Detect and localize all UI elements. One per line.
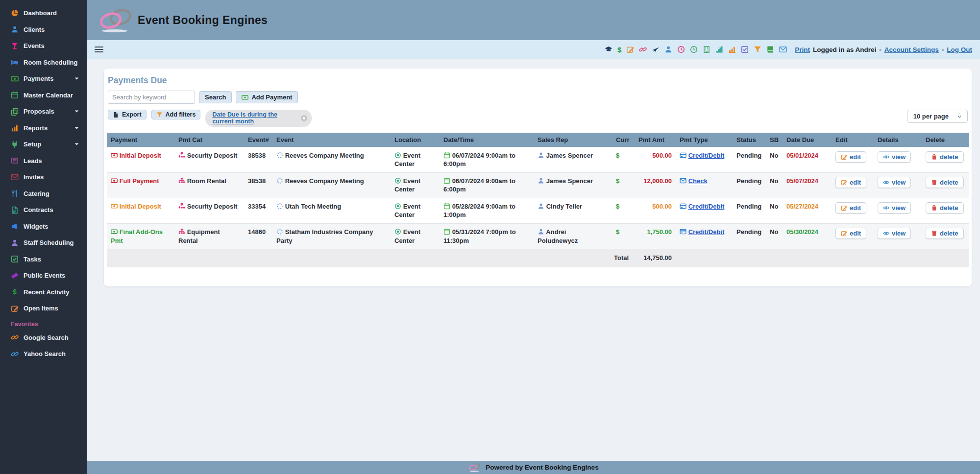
plane-icon[interactable] [652,46,660,53]
details-cell: view [874,172,922,198]
clock-icon[interactable] [690,46,698,53]
dollar-icon: $ [11,288,19,296]
payment-cell: Final Add-Ons Pmt [107,224,174,249]
dollar-icon[interactable]: $ [617,46,621,53]
delete-cell: delete [922,172,969,198]
sidebar-item-open-items[interactable]: Open Items [0,300,87,317]
column-header: Date/Time [440,133,534,147]
event-number-cell: 38538 [244,172,272,198]
pmt-type-link[interactable]: Credit/Debit [688,152,725,159]
check-square-icon[interactable] [741,46,749,53]
export-button[interactable]: Export [108,110,147,119]
sidebar-item-events[interactable]: Events [0,38,87,54]
column-header: Details [874,133,922,147]
delete-button[interactable]: delete [926,202,964,213]
total-spacer [676,249,969,267]
eye-icon [883,154,889,160]
sidebar-item-contracts[interactable]: Contracts [0,202,87,218]
pmt-type-link[interactable]: Credit/Debit [688,203,725,210]
envelope-icon [680,177,686,184]
sidebar-item-clients[interactable]: Clients [0,22,87,38]
money-bill-icon [242,94,248,101]
sidebar-item-room-scheduling[interactable]: Room Scheduling [0,54,87,71]
sidebar-item-proposals[interactable]: Proposals [0,103,87,120]
sidebar-item-reports[interactable]: Reports [0,120,87,137]
view-button[interactable]: view [878,202,911,213]
user-icon[interactable] [664,46,672,53]
sidebar-item-invites[interactable]: Invites [0,169,87,186]
filter-chip-link[interactable]: Date Due is during the current month [212,111,296,125]
print-link[interactable]: Print [795,46,810,53]
edit-button[interactable]: edit [835,202,866,213]
money-bill-icon [111,228,118,235]
sidebar-item-payments[interactable]: Payments [0,71,87,87]
sidebar-item-dashboard[interactable]: Dashboard [0,5,87,22]
payments-due-panel: Payments Due Search Add Payment Export A… [104,69,972,286]
sidebar-item-public-events[interactable]: Public Events [0,267,87,284]
logout-link[interactable]: Log Out [947,46,972,53]
pmt-type-link[interactable]: Credit/Debit [688,228,725,236]
delete-button[interactable]: delete [926,228,964,239]
column-header: Sales Rep [534,133,612,147]
total-label: Total [612,249,635,267]
pmt-type-link[interactable]: Check [688,177,708,185]
bed-icon [11,58,19,66]
table-row: Full Payment Room Rental 38538 Reeves Co… [107,172,969,198]
utensils-icon [11,190,19,197]
event-number-cell: 38538 [244,147,272,172]
envelope-icon[interactable] [779,46,787,53]
link-icon [11,350,19,358]
account-settings-link[interactable]: Account Settings [884,46,939,53]
sidebar-item-tasks[interactable]: Tasks [0,251,87,268]
remove-filter-icon[interactable] [300,115,308,122]
sidebar-item-leads[interactable]: Leads [0,153,87,169]
sales-rep-cell: Cindy Teller [534,198,612,223]
edit-button[interactable]: edit [835,151,866,163]
event-number-cell: 14860 [244,224,272,249]
book-icon[interactable] [766,46,774,53]
view-button[interactable]: view [878,228,911,239]
add-payment-button[interactable]: Add Payment [236,91,298,103]
menu-toggle-button[interactable] [95,47,103,52]
bar-chart-icon[interactable] [728,46,736,53]
building-icon[interactable] [703,46,710,53]
delete-button[interactable]: delete [926,151,964,163]
add-filters-button[interactable]: Add filters [151,110,201,119]
eye-icon [883,230,889,237]
sidebar-item-master-calendar[interactable]: Master Calendar [0,87,87,104]
martini-glass-icon [11,42,19,50]
clock-icon[interactable] [677,46,685,53]
stairs-icon[interactable] [715,46,723,53]
view-button[interactable]: view [878,151,911,163]
pmt-cat-cell: Equipment Rental [174,224,244,249]
per-page-select[interactable]: 10 per page [907,110,968,123]
sidebar-item-yahoo-search[interactable]: Yahoo Search [0,346,87,362]
datetime-cell: 05/28/2024 9:00am to 1:00pm [440,198,534,223]
total-spacer [107,249,612,267]
search-input[interactable] [108,91,195,104]
edit-button[interactable]: edit [835,177,866,188]
view-button[interactable]: view [878,177,911,188]
sidebar-item-widgets[interactable]: Widgets [0,218,87,235]
check-square-icon [11,255,19,263]
link-icon[interactable] [639,46,647,53]
filter-row: Export Add filters Date Due is during th… [108,110,968,127]
graduation-cap-icon[interactable] [605,46,612,53]
column-header: SB [766,133,783,147]
sidebar-item-setup[interactable]: Setup [0,136,87,153]
funnel-icon[interactable] [754,46,761,53]
pencil-square-icon[interactable] [626,46,634,53]
sales-rep-cell: James Spencer [534,147,612,172]
sidebar-item-recent-activity[interactable]: $Recent Activity [0,284,87,301]
location-cell: Event Center [391,224,440,249]
date-due-cell: 05/07/2024 [783,172,832,198]
delete-button[interactable]: delete [926,177,964,188]
edit-button[interactable]: edit [835,228,866,239]
sidebar-item-catering[interactable]: Catering [0,186,87,202]
sidebar-item-google-search[interactable]: Google Search [0,330,87,346]
funnel-icon [156,112,163,118]
separator: - [879,46,882,53]
search-button[interactable]: Search [199,91,232,103]
chevron-down-icon [74,125,80,131]
sidebar-item-staff-scheduling[interactable]: Staff Scheduling [0,235,87,251]
